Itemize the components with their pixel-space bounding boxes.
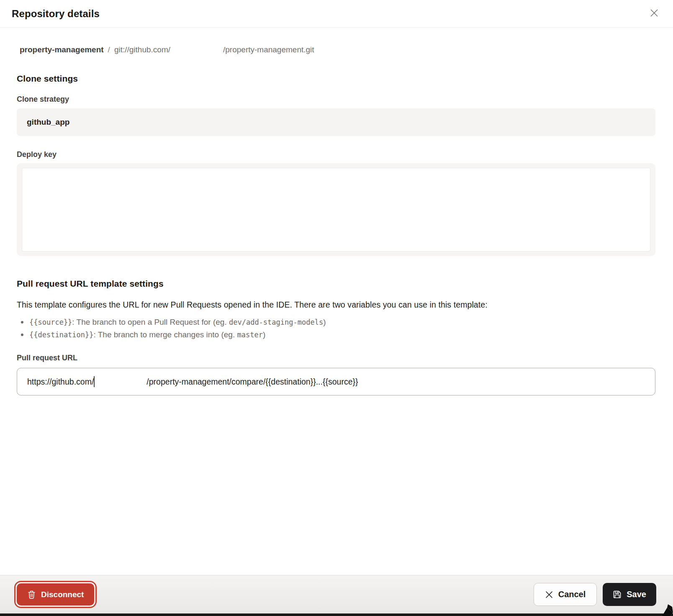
destination-variable-example: master	[237, 329, 262, 341]
list-item-source-variable: {{source}} : The branch to open a Pull R…	[17, 316, 655, 329]
disconnect-button[interactable]: Disconnect	[17, 583, 94, 606]
breadcrumb: property-management / git://github.com/ …	[17, 45, 655, 54]
close-icon	[649, 8, 659, 19]
breadcrumb-repo-name: property-management	[20, 45, 104, 54]
redacted-org-gap	[170, 52, 223, 52]
deploy-key-label: Deploy key	[17, 150, 655, 159]
clone-strategy-label: Clone strategy	[17, 95, 655, 104]
pr-template-heading: Pull request URL template settings	[17, 279, 655, 289]
redacted-org-gap	[95, 382, 146, 382]
source-variable-code: {{source}}	[29, 316, 72, 329]
url-value-prefix: https://github.com/	[27, 377, 94, 387]
floppy-disk-icon	[613, 590, 622, 599]
save-button[interactable]: Save	[603, 583, 656, 606]
close-icon	[545, 590, 553, 599]
source-variable-text: : The branch to open a Pull Request for …	[72, 316, 229, 329]
breadcrumb-url-suffix: /property-management.git	[223, 45, 314, 54]
deploy-key-well	[17, 163, 655, 256]
destination-variable-suffix: )	[263, 329, 265, 341]
source-variable-example: dev/add-staging-models	[229, 316, 323, 329]
list-item-destination-variable: {{destination}} : The branch to merge ch…	[17, 329, 655, 341]
url-value-suffix: /property-management/compare/{{destinati…	[146, 377, 358, 387]
trash-icon	[27, 590, 36, 599]
pr-template-variable-list: {{source}} : The branch to open a Pull R…	[17, 316, 655, 341]
clone-settings-heading: Clone settings	[17, 74, 655, 84]
breadcrumb-url-prefix: git://github.com/	[114, 45, 170, 54]
source-variable-suffix: )	[323, 316, 326, 329]
bullet-icon	[21, 334, 23, 336]
breadcrumb-separator: /	[108, 45, 110, 54]
page-title: Repository details	[12, 8, 100, 20]
save-button-label: Save	[627, 590, 646, 599]
deploy-key-textarea[interactable]	[22, 168, 650, 252]
clone-strategy-value: github_app	[27, 118, 69, 127]
destination-variable-text: : The branch to merge changes into (eg.	[94, 329, 237, 341]
footer-actions: Cancel Save	[534, 583, 656, 606]
modal-footer: Disconnect Cancel Save	[0, 575, 673, 613]
modal-header: Repository details	[0, 0, 673, 28]
destination-variable-code: {{destination}}	[29, 329, 94, 341]
disconnect-button-label: Disconnect	[41, 590, 84, 599]
clone-strategy-value-field[interactable]: github_app	[17, 108, 655, 136]
window-bottom-edge	[0, 613, 673, 616]
pull-request-url-label: Pull request URL	[17, 354, 655, 362]
pull-request-url-input[interactable]: https://github.com/ /property-management…	[17, 368, 655, 395]
bullet-icon	[21, 321, 23, 323]
cancel-button-label: Cancel	[558, 590, 586, 599]
modal-body: property-management / git://github.com/ …	[0, 45, 673, 395]
pr-template-description: This template configures the URL for new…	[17, 300, 655, 310]
cancel-button[interactable]: Cancel	[534, 583, 597, 606]
close-button[interactable]	[648, 8, 660, 20]
